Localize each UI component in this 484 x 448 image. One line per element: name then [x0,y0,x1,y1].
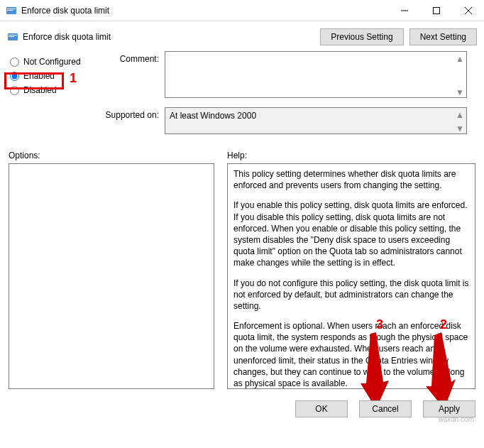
cancel-button[interactable]: Cancel [359,400,412,417]
scroll-hint: ▲▼ [456,54,464,97]
maximize-button[interactable] [420,0,452,21]
radio-enabled[interactable]: Enabled [9,71,92,81]
svg-rect-9 [9,36,14,37]
radio-not-configured[interactable]: Not Configured [9,57,92,67]
radio-label: Not Configured [23,57,81,67]
supported-label: Supported on: [101,107,165,120]
help-paragraph: If you enable this policy setting, disk … [233,200,469,268]
comment-textarea[interactable] [165,51,467,98]
previous-setting-button[interactable]: Previous Setting [320,28,403,45]
comment-row: Comment: ▲▼ [92,50,475,102]
help-paragraph: If you do not configure this policy sett… [233,278,469,312]
footer: OK Cancel Apply wsxdn.com [0,392,484,426]
help-label: Help: [227,151,475,160]
title-bar: Enforce disk quota limit [0,0,484,21]
radio-disabled[interactable]: Disabled [9,85,92,95]
options-label: Options: [9,151,214,160]
options-panel [9,163,214,389]
radio-enabled-input[interactable] [10,72,19,81]
svg-rect-2 [7,10,13,11]
radio-disabled-input[interactable] [10,86,19,95]
policy-icon [7,31,18,43]
header-row: Enforce disk quota limit Previous Settin… [0,21,484,50]
minimize-button[interactable] [388,0,420,21]
comment-label: Comment: [101,51,165,64]
state-radio-group: Not Configured Enabled Disabled 1 [0,50,92,138]
radio-label: Enabled [23,71,55,81]
help-panel[interactable]: This policy setting determines whether d… [227,163,475,389]
window-title: Enforce disk quota limit [21,6,388,16]
help-paragraph: This policy setting determines whether d… [233,168,469,191]
help-paragraph: Enforcement is optional. When users reac… [233,320,469,389]
scroll-hint: ▲▼ [456,110,464,133]
middle-section: Options: Help: This policy setting deter… [0,141,484,392]
supported-textarea [165,107,467,134]
radio-label: Disabled [23,85,57,95]
svg-rect-4 [433,7,439,13]
next-setting-button[interactable]: Next Setting [409,28,477,45]
app-icon [6,5,17,16]
watermark: wsxdn.com [439,415,474,423]
svg-rect-8 [9,35,17,35]
svg-rect-1 [7,9,16,9]
supported-row: Supported on: ▲▼ [92,106,475,138]
ok-button[interactable]: OK [295,400,348,417]
page-subtitle: Enforce disk quota limit [23,32,320,42]
close-button[interactable] [452,0,484,21]
radio-not-configured-input[interactable] [10,58,19,67]
